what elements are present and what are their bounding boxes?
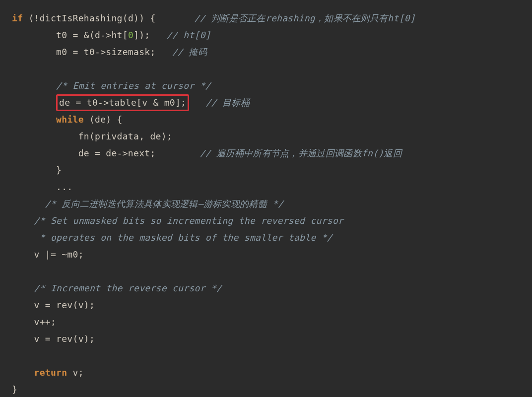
comment: /* Increment the reverse cursor */ — [12, 283, 222, 293]
code-text — [12, 367, 34, 378]
code-text: v = rev(v); — [12, 300, 95, 310]
comment: * operates on the masked bits of the sma… — [12, 232, 332, 243]
comment: // 目标桶 — [206, 97, 250, 108]
comment: /* Set unmasked bits so incrementing the… — [12, 215, 343, 226]
code-text: v |= ~m0; — [12, 249, 84, 260]
number-literal: 0 — [128, 30, 133, 40]
comment: // 判断是否正在rehashing，如果不在则只有ht[0] — [195, 13, 416, 23]
comment: /* Emit entries at cursor */ — [12, 80, 211, 91]
code-text: t0 = &(d->ht[ — [12, 30, 128, 40]
code-text: m0 = t0->sizemask; — [12, 47, 172, 57]
code-text: v = rev(v); — [12, 333, 95, 344]
keyword-while: while — [56, 114, 84, 125]
keyword-return: return — [34, 367, 67, 378]
code-text: ... — [12, 182, 73, 192]
code-text: ]); — [133, 30, 167, 40]
code-text — [189, 97, 205, 108]
comment: // ht[0] — [167, 30, 211, 40]
code-text: } — [12, 165, 62, 175]
code-text — [12, 114, 56, 125]
keyword-if: if — [12, 13, 23, 23]
code-text: de = de->next; — [12, 148, 200, 158]
code-text: v++; — [12, 317, 56, 327]
highlighted-code: de = t0->table[v & m0]; — [56, 94, 189, 111]
code-text: fn(privdata, de); — [12, 131, 172, 141]
comment: // 遍历桶中所有节点，并通过回调函数fn()返回 — [200, 148, 402, 158]
code-text: v; — [67, 367, 83, 378]
comment: // 掩码 — [172, 47, 207, 57]
code-text — [12, 97, 56, 108]
code-text: (de) { — [84, 114, 123, 125]
comment: /* 反向二进制迭代算法具体实现逻辑—游标实现的精髓 */ — [12, 198, 283, 209]
code-block: if (!dictIsRehashing(d)) { // 判断是否正在reha… — [0, 0, 532, 397]
code-text: de = t0->table[v & m0]; — [59, 97, 186, 108]
code-text: (!dictIsRehashing(d)) { — [23, 13, 194, 23]
code-text: } — [12, 384, 17, 395]
